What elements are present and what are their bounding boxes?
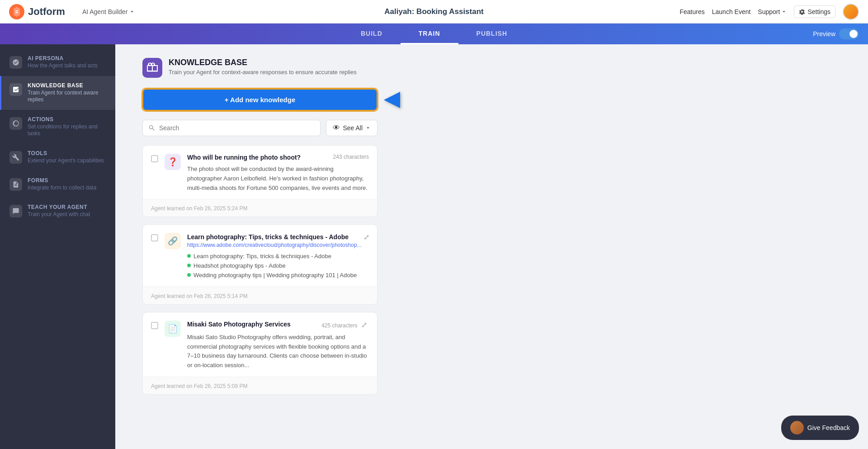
settings-button[interactable]: Settings	[794, 5, 835, 18]
card-3-title: Misaki Sato Photography Services	[187, 321, 317, 328]
ai-persona-icon	[9, 56, 22, 69]
knowledge-card-1: ❓ Who will be running the photo shoot? 2…	[142, 145, 377, 217]
card-1-chars: 243 characters	[333, 154, 369, 160]
teach-agent-sublabel: Train your Agent with chat	[28, 211, 90, 218]
green-dot	[187, 264, 191, 267]
eye-icon: 👁	[333, 124, 340, 132]
green-dot	[187, 273, 191, 277]
page-header-icon	[142, 58, 162, 78]
support-dropdown[interactable]: Support	[758, 8, 787, 15]
forms-icon	[9, 178, 22, 191]
tab-build[interactable]: BUILD	[343, 24, 401, 44]
card-1-icon: ❓	[165, 154, 181, 170]
user-avatar[interactable]	[843, 4, 859, 20]
card-1-timestamp: Agent learned on Feb 26, 2025 5:24 PM	[151, 205, 248, 212]
chevron-down-icon	[365, 125, 371, 131]
card-2-checkbox[interactable]	[151, 234, 158, 241]
card-2-bullet-2: Wedding photography tips | Wedding photo…	[187, 271, 371, 280]
card-1-body: The photo shoot will be conducted by the…	[187, 165, 369, 193]
features-link[interactable]: Features	[679, 8, 704, 15]
card-1-footer: Agent learned on Feb 26, 2025 5:24 PM	[143, 199, 377, 217]
card-3-chars: 425 characters	[321, 322, 357, 329]
card-3-checkbox[interactable]	[151, 322, 158, 329]
tab-train[interactable]: TRAIN	[401, 24, 458, 44]
card-2-title: Learn photography: Tips, tricks & techni…	[187, 233, 349, 241]
cursor-arrow	[384, 92, 400, 108]
card-2-bullet-list: Learn photography: Tips, tricks & techni…	[187, 252, 371, 280]
launch-event-link[interactable]: Launch Event	[712, 8, 751, 15]
content-area: KNOWLEDGE BASE Train your Agent for cont…	[115, 44, 868, 449]
tools-label: TOOLS	[28, 150, 104, 156]
card-2-url[interactable]: https://www.adobe.com/creativecloud/phot…	[187, 242, 362, 248]
page-header: KNOWLEDGE BASE Train your Agent for cont…	[142, 58, 841, 78]
preview-label: Preview	[813, 30, 835, 38]
green-dot	[187, 254, 191, 258]
card-2-bullet-0: Learn photography: Tips, tricks & techni…	[187, 252, 371, 261]
add-knowledge-wrapper: + Add new knowledge	[142, 89, 377, 111]
teach-agent-label: TEACH YOUR AGENT	[28, 204, 90, 210]
tools-sublabel: Extend your Agent's capabilities	[28, 157, 104, 165]
card-2-footer: Agent learned on Feb 26, 2025 5:14 PM	[143, 287, 377, 304]
give-feedback-button[interactable]: Give Feedback	[781, 416, 859, 440]
knowledge-base-sublabel: Train Agent for context aware replies	[28, 90, 107, 104]
card-2-timestamp: Agent learned on Feb 26, 2025 5:14 PM	[151, 293, 248, 299]
actions-sublabel: Set conditions for replies and tasks	[28, 123, 107, 137]
search-icon	[148, 124, 156, 132]
ai-persona-sublabel: How the Agent talks and acts	[28, 62, 98, 70]
search-box	[142, 120, 321, 136]
forms-label: FORMS	[28, 177, 96, 184]
logo[interactable]: Jotform	[9, 4, 65, 19]
logo-text: Jotform	[28, 6, 65, 18]
card-2-expand-button[interactable]: ⤢	[362, 233, 371, 241]
sidebar-item-knowledge-base[interactable]: KNOWLEDGE BASE Train Agent for context a…	[0, 76, 115, 110]
feedback-avatar	[790, 421, 804, 435]
sidebar: AI PERSONA How the Agent talks and acts …	[0, 44, 115, 449]
page-title: Aaliyah: Booking Assistant	[384, 7, 483, 16]
card-1-title: Who will be running the photo shoot?	[187, 154, 329, 161]
search-input[interactable]	[159, 124, 315, 132]
page-header-title: KNOWLEDGE BASE	[169, 58, 357, 67]
sidebar-item-ai-persona[interactable]: AI PERSONA How the Agent talks and acts	[0, 49, 115, 76]
preview-switch[interactable]	[839, 28, 859, 39]
knowledge-card-2: 🔗 Learn photography: Tips, tricks & tech…	[142, 224, 377, 304]
knowledge-base-icon	[9, 83, 22, 96]
card-3-expand-button[interactable]: ⤢	[359, 321, 369, 329]
add-knowledge-button[interactable]: + Add new knowledge	[142, 89, 377, 111]
card-3-timestamp: Agent learned on Feb 26, 2025 5:09 PM	[151, 383, 248, 389]
card-3-icon: 📄	[165, 321, 181, 337]
give-feedback-label: Give Feedback	[807, 424, 850, 431]
main-layout: AI PERSONA How the Agent talks and acts …	[0, 44, 868, 449]
card-2-bullet-1: Headshot photography tips - Adobe	[187, 261, 371, 271]
teach-agent-icon	[9, 205, 22, 217]
tab-publish[interactable]: PUBLISH	[458, 24, 525, 44]
search-filter-row: 👁 See All	[142, 120, 377, 136]
sidebar-item-actions[interactable]: ACTIONS Set conditions for replies and t…	[0, 110, 115, 144]
actions-label: ACTIONS	[28, 116, 107, 123]
card-3-footer: Agent learned on Feb 26, 2025 5:09 PM	[143, 377, 377, 394]
nav-right: Features Launch Event Support Settings	[679, 4, 859, 20]
tab-bar: BUILD TRAIN PUBLISH Preview	[0, 24, 868, 44]
ai-persona-label: AI PERSONA	[28, 55, 98, 61]
card-3-body: Misaki Sato Studio Photography offers we…	[187, 333, 369, 370]
sidebar-item-teach-agent[interactable]: TEACH YOUR AGENT Train your Agent with c…	[0, 198, 115, 225]
tools-icon	[9, 151, 22, 164]
actions-icon	[9, 117, 22, 130]
knowledge-card-3: 📄 Misaki Sato Photography Services 425 c…	[142, 312, 377, 395]
sidebar-item-tools[interactable]: TOOLS Extend your Agent's capabilities	[0, 144, 115, 171]
card-1-checkbox[interactable]	[151, 155, 158, 162]
builder-dropdown[interactable]: AI Agent Builder	[79, 6, 138, 17]
forms-sublabel: Integrate form to collect data	[28, 184, 96, 192]
knowledge-base-label: KNOWLEDGE BASE	[28, 82, 107, 89]
sidebar-item-forms[interactable]: FORMS Integrate form to collect data	[0, 171, 115, 198]
card-2-icon: 🔗	[165, 233, 181, 249]
see-all-button[interactable]: 👁 See All	[326, 120, 377, 136]
preview-toggle: Preview	[813, 28, 859, 39]
page-header-description: Train your Agent for context-aware respo…	[169, 69, 357, 76]
top-navigation: Jotform AI Agent Builder Aaliyah: Bookin…	[0, 0, 868, 24]
